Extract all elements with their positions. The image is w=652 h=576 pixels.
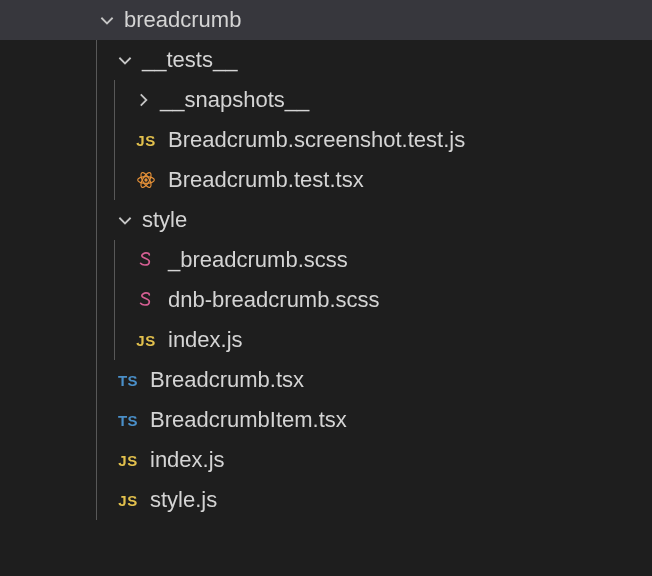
folder-label: __snapshots__ [160, 87, 309, 113]
folder-row-tests[interactable]: __tests__ [0, 40, 652, 80]
folder-label: __tests__ [142, 47, 237, 73]
file-row-breadcrumb-tsx[interactable]: TS Breadcrumb.tsx [0, 360, 652, 400]
chevron-down-icon [114, 49, 136, 71]
sass-icon [132, 250, 160, 270]
js-icon: JS [132, 332, 160, 349]
chevron-down-icon [96, 9, 118, 31]
folder-row-breadcrumb[interactable]: breadcrumb [0, 0, 652, 40]
ts-icon: TS [114, 412, 142, 429]
file-label: dnb-breadcrumb.scss [168, 287, 380, 313]
file-label: style.js [150, 487, 217, 513]
file-row-index-js[interactable]: JS index.js [0, 440, 652, 480]
file-label: BreadcrumbItem.tsx [150, 407, 347, 433]
file-row-style-index-js[interactable]: JS index.js [0, 320, 652, 360]
file-row-dnb-breadcrumb-scss[interactable]: dnb-breadcrumb.scss [0, 280, 652, 320]
file-row-test-tsx[interactable]: Breadcrumb.test.tsx [0, 160, 652, 200]
file-label: Breadcrumb.tsx [150, 367, 304, 393]
file-row-screenshot-test[interactable]: JS Breadcrumb.screenshot.test.js [0, 120, 652, 160]
ts-icon: TS [114, 372, 142, 389]
file-tree: breadcrumb __tests__ __snapshots__ JS Br… [0, 0, 652, 576]
sass-icon [132, 290, 160, 310]
js-icon: JS [114, 492, 142, 509]
js-icon: JS [132, 132, 160, 149]
file-row-breadcrumb-scss[interactable]: _breadcrumb.scss [0, 240, 652, 280]
folder-label: breadcrumb [124, 7, 241, 33]
file-label: index.js [168, 327, 243, 353]
folder-label: style [142, 207, 187, 233]
file-label: index.js [150, 447, 225, 473]
js-icon: JS [114, 452, 142, 469]
folder-row-style[interactable]: style [0, 200, 652, 240]
chevron-down-icon [114, 209, 136, 231]
file-label: Breadcrumb.screenshot.test.js [168, 127, 465, 153]
folder-row-snapshots[interactable]: __snapshots__ [0, 80, 652, 120]
file-label: Breadcrumb.test.tsx [168, 167, 364, 193]
svg-point-0 [144, 178, 147, 181]
file-row-style-js[interactable]: JS style.js [0, 480, 652, 520]
file-row-breadcrumb-item-tsx[interactable]: TS BreadcrumbItem.tsx [0, 400, 652, 440]
file-label: _breadcrumb.scss [168, 247, 348, 273]
chevron-right-icon [132, 89, 154, 111]
react-icon [132, 170, 160, 190]
